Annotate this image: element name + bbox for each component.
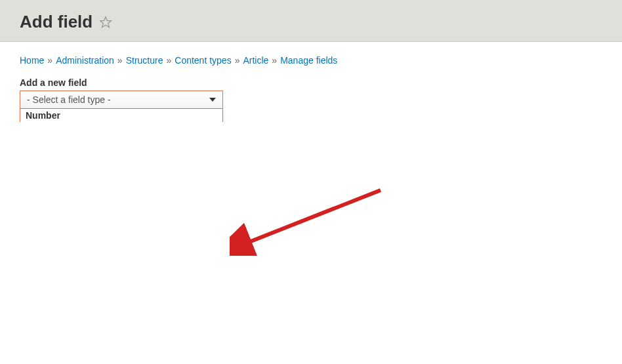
breadcrumb-separator: »	[272, 55, 277, 66]
breadcrumb-link[interactable]: Home	[20, 55, 44, 66]
breadcrumb-separator: »	[166, 55, 171, 66]
breadcrumb-link[interactable]: Content types	[175, 55, 231, 66]
breadcrumb: Home»Administration»Structure»Content ty…	[20, 55, 602, 66]
select-placeholder: - Select a field type -	[27, 94, 111, 105]
page-content: Home»Administration»Structure»Content ty…	[0, 42, 622, 122]
breadcrumb-link[interactable]: Manage fields	[280, 55, 337, 66]
page-title: Add field	[20, 12, 602, 32]
breadcrumb-link[interactable]: Structure	[126, 55, 163, 66]
field-type-select[interactable]: - Select a field type - NumberList (floa…	[20, 91, 223, 109]
select-display[interactable]: - Select a field type -	[20, 91, 223, 109]
svg-marker-0	[100, 16, 112, 27]
page-title-text: Add field	[20, 12, 93, 32]
breadcrumb-link[interactable]: Article	[243, 55, 268, 66]
breadcrumb-separator: »	[47, 55, 52, 66]
breadcrumb-separator: »	[117, 55, 123, 66]
select-optgroup-label: Number	[20, 109, 222, 122]
select-listbox[interactable]: NumberList (float)List (integer)Number (…	[20, 109, 223, 122]
breadcrumb-link[interactable]: Administration	[56, 55, 114, 66]
breadcrumb-separator: »	[235, 55, 240, 66]
star-icon[interactable]	[99, 16, 112, 29]
page-header: Add field	[0, 0, 622, 42]
chevron-down-icon	[209, 98, 216, 102]
field-label: Add a new field	[20, 77, 602, 88]
